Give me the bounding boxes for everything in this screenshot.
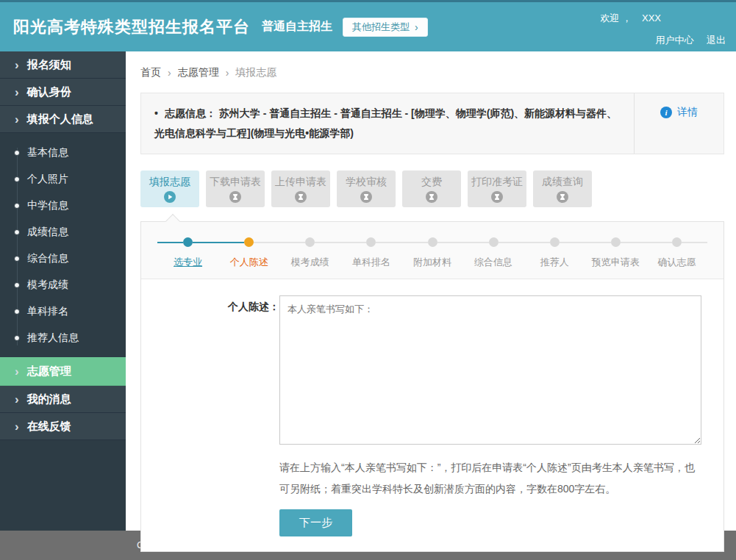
logout-link[interactable]: 退出 <box>707 35 726 46</box>
user-area: 欢迎 ，XXX 用户中心 退出 <box>600 12 726 47</box>
step-personal-statement: 个人陈述 <box>218 237 279 269</box>
play-icon <box>164 191 176 203</box>
sidebar-item-confirm-identity[interactable]: › 确认身份 <box>0 79 126 106</box>
hourglass-icon <box>426 191 437 203</box>
step-dot <box>672 237 682 247</box>
user-links: 用户中心 退出 <box>600 34 726 47</box>
sidebar-subitem-grade-info[interactable]: 成绩信息 <box>0 219 126 245</box>
step-label: 模考成绩 <box>279 256 340 269</box>
step-dot <box>305 237 315 247</box>
tab-label: 打印准考证 <box>471 176 523 189</box>
step-line <box>682 242 707 243</box>
breadcrumb-application-management[interactable]: 志愿管理 <box>178 66 219 79</box>
step-line <box>376 242 401 243</box>
hourglass-icon <box>360 191 372 203</box>
step-label: 推荐人 <box>524 256 585 269</box>
step-line <box>585 242 611 243</box>
step-line <box>437 242 463 243</box>
step-dot <box>244 237 254 247</box>
step-mock-exam: 模考成绩 <box>279 237 340 269</box>
tab-upload-form[interactable]: 上传申请表 <box>271 170 330 207</box>
application-info-text: •志愿信息： 苏州大学 - 普通自主招生 - 普通自主招生 - [物理学、物理学… <box>141 93 634 154</box>
chevron-right-icon: › <box>15 113 19 126</box>
breadcrumb-current-page: 填报志愿 <box>235 66 276 79</box>
user-center-link[interactable]: 用户中心 <box>655 35 693 46</box>
chevron-right-icon: › <box>15 86 19 98</box>
hourglass-icon <box>229 191 241 203</box>
tab-print-admission-ticket[interactable]: 打印准考证 <box>468 170 526 207</box>
sidebar-item-application-management[interactable]: › 志愿管理 <box>0 357 126 386</box>
sidebar-subitem-label: 个人照片 <box>27 173 68 184</box>
application-info-value: 苏州大学 - 普通自主招生 - 普通自主招生 - [物理学、物理学(师范)、新能… <box>154 107 617 139</box>
chevron-right-icon: › <box>15 393 19 406</box>
sidebar-item-my-messages[interactable]: › 我的消息 <box>0 386 126 413</box>
app-title: 阳光高考特殊类型招生报名平台 <box>13 16 250 38</box>
step-line <box>524 242 550 243</box>
other-enrollment-types-button[interactable]: 其他招生类型 › <box>343 18 428 37</box>
step-label: 确认志愿 <box>646 256 707 269</box>
username: XXX <box>642 12 661 24</box>
sidebar-item-label: 报名须知 <box>27 58 71 72</box>
step-subject-ranking: 单科排名 <box>340 237 401 269</box>
bullet-icon <box>14 309 20 315</box>
step-select-major[interactable]: 选专业 <box>157 237 218 269</box>
enrollment-type-label: 普通自主招生 <box>262 19 332 35</box>
hourglass-icon <box>295 191 307 203</box>
sidebar-subitem-personal-photo[interactable]: 个人照片 <box>0 166 126 193</box>
tab-payment[interactable]: 交费 <box>402 170 461 207</box>
sidebar-subitem-label: 模考成绩 <box>27 279 68 290</box>
sidebar-item-label: 填报个人信息 <box>27 112 93 126</box>
step-preview-form: 预览申请表 <box>585 237 646 269</box>
personal-statement-textarea[interactable]: 本人亲笔书写如下： <box>279 295 701 445</box>
sidebar-subitem-school-info[interactable]: 中学信息 <box>0 193 126 219</box>
sidebar-subitem-label: 综合信息 <box>27 252 68 264</box>
detail-link[interactable]: i 详情 <box>634 93 724 154</box>
sidebar-subitem-label: 成绩信息 <box>27 226 68 237</box>
bullet-icon: • <box>154 107 158 119</box>
step-label[interactable]: 选专业 <box>157 256 218 269</box>
hourglass-icon <box>557 191 568 203</box>
tab-label: 交费 <box>421 176 442 189</box>
personal-statement-label: 个人陈述： <box>141 295 279 536</box>
stepper: 选专业 个人陈述 模考成绩 单科排名 <box>141 222 724 279</box>
info-icon: i <box>660 107 672 118</box>
sidebar-item-registration-notice[interactable]: › 报名须知 <box>0 51 126 79</box>
tab-score-inquiry[interactable]: 成绩查询 <box>533 170 592 207</box>
chevron-right-icon: › <box>415 22 418 32</box>
breadcrumb: 首页 › 志愿管理 › 填报志愿 <box>140 62 724 82</box>
step-label: 个人陈述 <box>218 256 279 269</box>
step-line <box>218 242 244 243</box>
main-content: 首页 › 志愿管理 › 填报志愿 •志愿信息： 苏州大学 - 普通自主招生 - … <box>126 51 736 531</box>
sidebar-nav: › 报名须知 › 确认身份 › 填报个人信息 基本信息 个人照片 中学信息 成绩… <box>0 51 126 531</box>
step-line <box>315 242 340 243</box>
step-comprehensive-info: 综合信息 <box>463 237 524 269</box>
detail-link-label: 详情 <box>677 106 698 119</box>
sidebar-subitem-referrer-info[interactable]: 推荐人信息 <box>0 325 126 351</box>
tab-fill-application[interactable]: 填报志愿 <box>140 170 199 207</box>
step-dot <box>611 237 621 247</box>
chevron-right-icon: › <box>15 59 19 71</box>
tab-label: 成绩查询 <box>542 176 583 189</box>
step-dot <box>366 237 376 247</box>
next-step-button[interactable]: 下一步 <box>279 509 352 536</box>
form-panel: 选专业 个人陈述 模考成绩 单科排名 <box>140 221 724 552</box>
sidebar-subitem-basic-info[interactable]: 基本信息 <box>0 140 126 166</box>
chevron-right-icon: › <box>226 67 229 79</box>
sidebar-item-online-feedback[interactable]: › 在线反馈 <box>0 413 126 440</box>
form-main: 本人亲笔书写如下： 请在上方输入“本人亲笔书写如下：”，打印后在申请表“个人陈述… <box>279 295 701 536</box>
tab-download-form[interactable]: 下载申请表 <box>206 170 265 207</box>
step-label: 单科排名 <box>340 256 401 269</box>
tab-school-review[interactable]: 学校审核 <box>337 170 396 207</box>
sidebar-item-label: 确认身份 <box>27 85 71 99</box>
tab-label: 上传申请表 <box>275 176 326 189</box>
tab-label: 学校审核 <box>346 176 387 189</box>
other-types-button-label: 其他招生类型 <box>352 21 410 34</box>
step-dot <box>550 237 560 247</box>
breadcrumb-home[interactable]: 首页 <box>140 66 161 79</box>
sidebar-subitem-subject-ranking[interactable]: 单科排名 <box>0 298 126 325</box>
sidebar-item-personal-info[interactable]: › 填报个人信息 <box>0 106 126 133</box>
bullet-icon <box>14 256 20 262</box>
top-header-bar: 阳光高考特殊类型招生报名平台 普通自主招生 其他招生类型 › 欢迎 ，XXX 用… <box>0 0 736 51</box>
sidebar-subitem-comprehensive-info[interactable]: 综合信息 <box>0 245 126 272</box>
sidebar-subitem-mock-exam[interactable]: 模考成绩 <box>0 272 126 298</box>
